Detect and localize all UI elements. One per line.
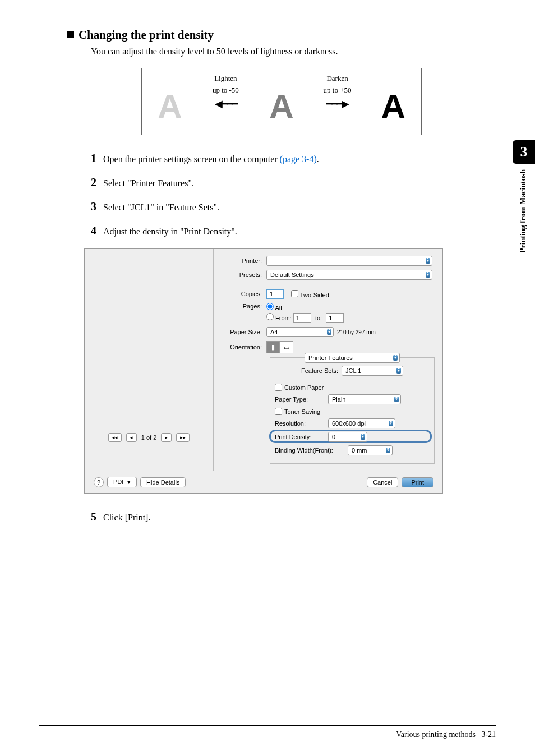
toner-saving-checkbox[interactable] [275,408,282,415]
glyph-mid: A [256,90,307,123]
print-dialog: ◂◂ ◂ 1 of 2 ▸ ▸▸ Printer: ▲▼ Presets: De… [84,248,443,494]
presets-label: Presets: [222,271,266,278]
step-num-1: 1 [91,152,96,165]
section-heading: Changing the print density [67,28,496,42]
settings-pane: Printer: ▲▼ Presets: Default Settings▲▼ … [214,249,442,471]
chapter-label: Printing from Macintosh [513,164,534,259]
toner-saving-label: Toner Saving [284,408,320,415]
orientation-landscape-button[interactable]: ▭ [280,341,293,353]
presets-select[interactable]: Default Settings▲▼ [266,270,432,280]
paper-size-dims: 210 by 297 mm [337,329,376,335]
custom-paper-label: Custom Paper [284,384,324,391]
printer-select[interactable]: ▲▼ [266,256,432,266]
step-5-text: Click [Print]. [103,513,150,523]
pdf-button[interactable]: PDF ▾ [107,477,137,487]
two-sided-checkbox[interactable] [291,290,298,297]
step-4-text: Adjust the density in "Print Density". [103,227,237,237]
copies-label: Copies: [222,291,266,297]
binding-select[interactable]: 0 mm▲▼ [348,445,393,455]
pages-from-radio[interactable] [266,313,274,320]
feature-sets-label: Feature Sets: [301,367,338,374]
step-num-3: 3 [91,200,96,213]
footer-text: Various printing methods [396,730,476,739]
print-density-select[interactable]: 0▲▼ [328,432,367,442]
cancel-button[interactable]: Cancel [367,477,398,487]
arrow-left-icon: ◀━━━ [201,98,251,110]
chapter-number: 3 [513,140,535,164]
pages-all-label: All [275,305,282,311]
feature-sets-select[interactable]: JCL 1▲▼ [342,366,403,376]
two-sided-label: Two-Sided [300,292,329,298]
binding-label: Binding Width(Front): [275,447,348,454]
printer-label: Printer: [222,257,266,264]
orientation-portrait-button[interactable]: ▮ [266,341,280,353]
step-num-4: 4 [91,224,96,237]
step-1-link[interactable]: (page 3-4) [280,154,317,164]
pages-from-label: From: [275,315,292,321]
step-1-b: . [317,154,319,164]
section-intro: You can adjust the density level to 50 l… [91,47,496,57]
panel-select[interactable]: Printer Features▲▼ [305,353,400,363]
copies-input[interactable] [266,289,284,299]
paper-type-label: Paper Type: [275,396,328,403]
pages-all-radio[interactable] [266,303,274,310]
step-2-text: Select "Printer Features". [103,178,194,188]
resolution-label: Resolution: [275,420,328,427]
lighten-label1: Lighten [201,74,251,83]
resolution-select[interactable]: 600x600 dpi▲▼ [328,418,395,428]
darken-label2: up to +50 [312,86,363,95]
pages-to-label: to: [315,315,322,321]
section-title-text: Changing the print density [79,28,214,42]
lighten-label2: up to -50 [201,86,251,95]
feature-box: Printer Features▲▼ Feature Sets: JCL 1▲▼… [270,357,435,464]
density-diagram: A Lighten up to -50 ◀━━━ A Darken up to … [141,68,422,135]
pages-to-input[interactable] [326,313,344,323]
step-num-5: 5 [91,510,96,523]
paper-type-select[interactable]: Plain▲▼ [328,394,401,404]
step-num-2: 2 [91,176,96,189]
step-1-a: Open the printer settings screen on the … [103,154,280,164]
nav-last-button[interactable]: ▸▸ [176,433,190,442]
preview-pane: ◂◂ ◂ 1 of 2 ▸ ▸▸ [85,249,214,471]
print-button[interactable]: Print [402,477,433,487]
pages-label: Pages: [222,303,266,310]
pages-from-input[interactable] [293,313,311,323]
arrow-right-icon: ━━━▶ [312,98,363,110]
bullet-icon [67,31,74,38]
help-button[interactable]: ? [94,477,104,487]
glyph-light: A [145,90,195,123]
side-tab: 3 Printing from Macintosh [513,140,535,259]
print-density-label: Print Density: [275,434,328,440]
darken-label1: Darken [312,74,363,83]
footer-page: 3-21 [481,730,496,739]
nav-prev-button[interactable]: ◂ [126,433,137,442]
step-3-text: Select "JCL1" in "Feature Sets". [103,202,219,213]
hide-details-button[interactable]: Hide Details [140,477,186,487]
step-1-text: Open the printer settings screen on the … [103,154,319,164]
page-footer: Various printing methods 3-21 [39,725,496,739]
nav-next-button[interactable]: ▸ [161,433,172,442]
glyph-dark: A [368,90,418,123]
paper-size-label: Paper Size: [222,329,266,335]
page-indicator: 1 of 2 [141,434,157,441]
orientation-label: Orientation: [222,344,266,351]
nav-first-button[interactable]: ◂◂ [108,433,122,442]
custom-paper-checkbox[interactable] [275,384,282,391]
paper-size-select[interactable]: A4▲▼ [266,327,334,337]
